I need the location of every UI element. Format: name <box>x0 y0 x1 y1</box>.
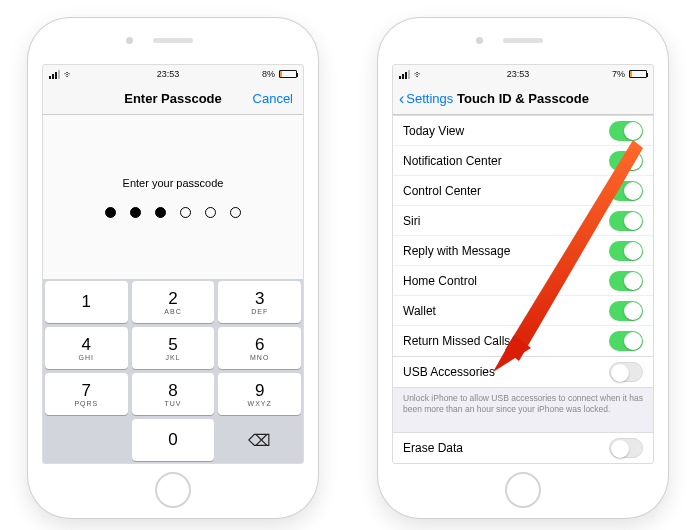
back-label: Settings <box>406 91 453 106</box>
speaker <box>153 38 193 43</box>
nav-bar: Enter Passcode Cancel <box>43 83 303 115</box>
passcode-dot <box>205 207 216 218</box>
clock: 23:53 <box>507 69 530 79</box>
battery-percent: 7% <box>612 69 625 79</box>
key-1[interactable]: 1 <box>45 281 128 323</box>
nav-bar: ‹ Settings Touch ID & Passcode <box>393 83 653 115</box>
phone-settings: ᯤ 23:53 7% ‹ Settings Touch ID & Passcod… <box>378 18 668 518</box>
passcode-dot <box>130 207 141 218</box>
toggle-home-control[interactable] <box>609 271 643 291</box>
back-button[interactable]: ‹ Settings <box>399 91 453 107</box>
row-usb-accessories: USB Accessories <box>393 357 653 387</box>
passcode-dot <box>230 207 241 218</box>
toggle-erase-data[interactable] <box>609 438 643 458</box>
wifi-icon: ᯤ <box>64 69 74 80</box>
row-label: Home Control <box>403 274 477 288</box>
row-label: Reply with Message <box>403 244 510 258</box>
screen-passcode: ᯤ 23:53 8% Enter Passcode Cancel Enter y… <box>42 64 304 464</box>
battery-icon <box>279 70 297 78</box>
battery-icon <box>629 70 647 78</box>
row-wallet: Wallet <box>393 296 653 326</box>
cancel-button[interactable]: Cancel <box>253 91 293 106</box>
status-bar: ᯤ 23:53 7% <box>393 65 653 83</box>
passcode-dot <box>105 207 116 218</box>
toggle-usb-accessories[interactable] <box>609 362 643 382</box>
passcode-dots <box>105 207 241 218</box>
key-7[interactable]: 7PQRS <box>45 373 128 415</box>
usb-group: USB Accessories <box>393 356 653 388</box>
passcode-prompt: Enter your passcode <box>123 177 224 189</box>
row-siri: Siri <box>393 206 653 236</box>
screen-settings: ᯤ 23:53 7% ‹ Settings Touch ID & Passcod… <box>392 64 654 464</box>
row-notification-center: Notification Center <box>393 146 653 176</box>
battery-percent: 8% <box>262 69 275 79</box>
row-label: Wallet <box>403 304 436 318</box>
key-9[interactable]: 9WXYZ <box>218 373 301 415</box>
key-3[interactable]: 3DEF <box>218 281 301 323</box>
wifi-icon: ᯤ <box>414 69 424 80</box>
keypad: 12ABC3DEF4GHI5JKL6MNO7PQRS8TUV9WXYZ0⌫ <box>43 279 303 463</box>
toggle-notification-center[interactable] <box>609 151 643 171</box>
row-reply-with-message: Reply with Message <box>393 236 653 266</box>
key-delete[interactable]: ⌫ <box>218 419 301 461</box>
row-label: Today View <box>403 124 464 138</box>
row-return-missed-calls: Return Missed Calls <box>393 326 653 356</box>
passcode-area: Enter your passcode <box>43 115 303 279</box>
key-8[interactable]: 8TUV <box>132 373 215 415</box>
key-5[interactable]: 5JKL <box>132 327 215 369</box>
settings-list[interactable]: Today ViewNotification CenterControl Cen… <box>393 115 653 463</box>
status-bar: ᯤ 23:53 8% <box>43 65 303 83</box>
passcode-dot <box>180 207 191 218</box>
key-blank <box>45 419 128 461</box>
nav-title: Enter Passcode <box>124 91 222 106</box>
signal-icon <box>399 70 410 79</box>
phone-passcode: ᯤ 23:53 8% Enter Passcode Cancel Enter y… <box>28 18 318 518</box>
signal-icon <box>49 70 60 79</box>
front-camera <box>126 37 133 44</box>
toggle-control-center[interactable] <box>609 181 643 201</box>
toggle-return-missed-calls[interactable] <box>609 331 643 351</box>
allow-access-group: Today ViewNotification CenterControl Cen… <box>393 115 653 357</box>
front-camera <box>476 37 483 44</box>
row-label: Erase Data <box>403 441 463 455</box>
erase-group: Erase Data <box>393 432 653 463</box>
toggle-reply-with-message[interactable] <box>609 241 643 261</box>
toggle-siri[interactable] <box>609 211 643 231</box>
row-label: USB Accessories <box>403 365 495 379</box>
toggle-wallet[interactable] <box>609 301 643 321</box>
chevron-left-icon: ‹ <box>399 91 404 107</box>
clock: 23:53 <box>157 69 180 79</box>
row-today-view: Today View <box>393 116 653 146</box>
passcode-dot <box>155 207 166 218</box>
home-button[interactable] <box>155 472 191 508</box>
home-button[interactable] <box>505 472 541 508</box>
row-label: Return Missed Calls <box>403 334 510 348</box>
key-0[interactable]: 0 <box>132 419 215 461</box>
key-4[interactable]: 4GHI <box>45 327 128 369</box>
speaker <box>503 38 543 43</box>
row-label: Siri <box>403 214 420 228</box>
row-erase-data: Erase Data <box>393 433 653 463</box>
key-2[interactable]: 2ABC <box>132 281 215 323</box>
row-label: Notification Center <box>403 154 502 168</box>
row-label: Control Center <box>403 184 481 198</box>
toggle-today-view[interactable] <box>609 121 643 141</box>
row-home-control: Home Control <box>393 266 653 296</box>
key-6[interactable]: 6MNO <box>218 327 301 369</box>
nav-title: Touch ID & Passcode <box>457 91 589 106</box>
usb-footer: Unlock iPhone to allow USB accessories t… <box>393 388 653 422</box>
row-control-center: Control Center <box>393 176 653 206</box>
